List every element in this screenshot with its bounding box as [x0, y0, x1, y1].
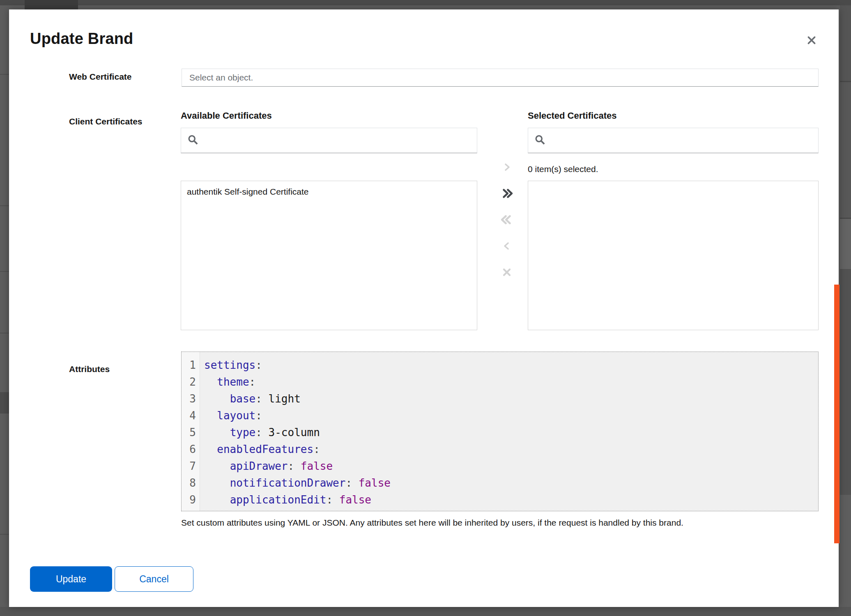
- available-certificates-list[interactable]: authentik Self-signed Certificate: [181, 181, 477, 330]
- selected-certificates-header: Selected Certificates: [528, 110, 616, 122]
- available-certificates-header: Available Certificates: [181, 110, 272, 122]
- code-line: notificationDrawer: false: [204, 475, 818, 492]
- client-certificates-label: Client Certificates: [69, 116, 143, 127]
- line-number: 6: [182, 441, 200, 458]
- remove-selected-button[interactable]: [495, 236, 518, 256]
- backdrop-right-block-3: [840, 219, 851, 269]
- update-brand-modal: Update Brand Web Certificate Client Cert…: [9, 9, 839, 607]
- backdrop-top-strip: [0, 0, 851, 5]
- code-line: layout:: [204, 407, 818, 424]
- line-number: 3: [182, 391, 200, 407]
- backdrop-left-selected-row: [0, 392, 9, 414]
- remove-all-button[interactable]: [495, 210, 518, 230]
- angle-right-icon: [502, 162, 512, 172]
- line-number: 4: [182, 407, 200, 424]
- code-line-numbers: 123456789: [182, 352, 200, 511]
- attributes-help-text: Set custom attributes using YAML or JSON…: [181, 517, 822, 528]
- screen: { "modal": { "title": "Update Brand", "c…: [0, 0, 851, 616]
- line-number: 9: [182, 492, 200, 508]
- add-all-button[interactable]: [495, 184, 518, 203]
- update-button[interactable]: Update: [30, 566, 112, 592]
- clear-selection-button[interactable]: [495, 262, 518, 282]
- backdrop-right-block-4: [840, 269, 851, 495]
- code-line: enabledFeatures:: [204, 441, 818, 458]
- close-button[interactable]: [803, 31, 821, 49]
- line-number: 2: [182, 374, 200, 391]
- angle-left-icon: [502, 241, 512, 251]
- close-icon: [806, 35, 817, 46]
- notification-edge-bar: [834, 285, 840, 543]
- transfer-controls: [486, 157, 527, 289]
- code-line: type: 3-column: [204, 424, 818, 441]
- backdrop-bottom-strip: [0, 607, 851, 616]
- backdrop-right-block-1: [840, 5, 851, 81]
- add-selected-button[interactable]: [495, 157, 518, 177]
- selected-certificates-list[interactable]: [528, 181, 819, 330]
- available-search[interactable]: [181, 128, 477, 153]
- backdrop-left-row-divider: [0, 534, 9, 535]
- times-icon: [501, 267, 513, 278]
- code-line: applicationEdit: false: [204, 492, 818, 508]
- attributes-code-editor[interactable]: 123456789 settings: theme: base: light l…: [181, 352, 819, 511]
- angle-double-right-icon: [501, 187, 513, 200]
- selected-search-input[interactable]: [528, 128, 818, 153]
- selected-count-status: 0 item(s) selected.: [528, 163, 598, 175]
- available-search-input[interactable]: [181, 128, 477, 153]
- attributes-label: Attributes: [69, 363, 110, 375]
- backdrop-left-row-divider: [0, 271, 9, 272]
- web-certificate-input[interactable]: [182, 69, 818, 86]
- backdrop-left-row-divider: [0, 74, 9, 75]
- line-number: 1: [182, 357, 200, 374]
- backdrop-left-row-divider: [0, 205, 9, 206]
- certificate-list-item[interactable]: authentik Self-signed Certificate: [181, 181, 477, 202]
- code-line: settings:: [204, 357, 818, 374]
- angle-double-left-icon: [501, 214, 513, 226]
- cancel-button[interactable]: Cancel: [115, 566, 193, 592]
- backdrop-left-row-divider: [0, 333, 9, 333]
- line-number: 8: [182, 475, 200, 492]
- selected-search[interactable]: [528, 128, 819, 153]
- code-line: apiDrawer: false: [204, 458, 818, 475]
- backdrop-right-block-2: [840, 82, 851, 218]
- code-line: base: light: [204, 391, 818, 407]
- line-number: 5: [182, 424, 200, 441]
- web-certificate-select[interactable]: [182, 69, 819, 87]
- modal-title: Update Brand: [30, 29, 133, 48]
- line-number: 7: [182, 458, 200, 475]
- code-content[interactable]: settings: theme: base: light layout: typ…: [200, 352, 818, 511]
- code-line: theme:: [204, 374, 818, 391]
- web-certificate-label: Web Certificate: [69, 71, 132, 83]
